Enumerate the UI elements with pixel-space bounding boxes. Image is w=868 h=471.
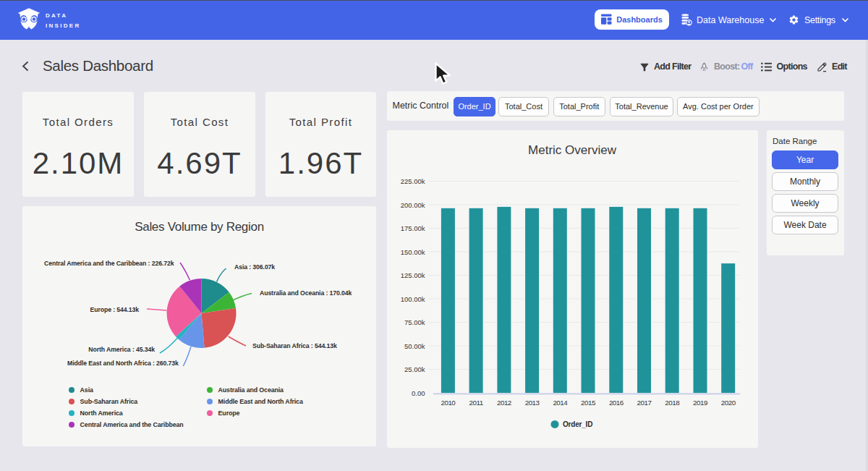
svg-text:Central America and the Caribb: Central America and the Caribbean : 226.… — [44, 260, 174, 267]
svg-text:Europe: Europe — [218, 410, 240, 417]
svg-text:2014: 2014 — [553, 399, 568, 407]
svg-text:Central America and the Caribb: Central America and the Caribbean — [80, 421, 184, 428]
svg-text:Australia and Oceania: Australia and Oceania — [218, 386, 284, 394]
svg-text:100.00k: 100.00k — [401, 295, 425, 303]
svg-text:2010: 2010 — [441, 399, 456, 407]
svg-text:75.00k: 75.00k — [404, 318, 425, 326]
svg-text:Metric Overview: Metric Overview — [528, 143, 617, 157]
svg-text:25.00k: 25.00k — [404, 365, 425, 373]
svg-text:North America: North America — [80, 410, 123, 417]
svg-text:200.00k: 200.00k — [401, 201, 425, 209]
svg-text:Asia : 306.07k: Asia : 306.07k — [234, 263, 275, 271]
svg-text:2016: 2016 — [609, 399, 624, 407]
svg-text:2013: 2013 — [525, 399, 540, 407]
svg-text:50.00k: 50.00k — [404, 342, 425, 350]
svg-text:Middle East and North Africa :: Middle East and North Africa : 260.73k — [67, 360, 179, 367]
svg-text:Sales Volume by Region: Sales Volume by Region — [135, 220, 264, 234]
svg-text:Sub-Saharan Africa: Sub-Saharan Africa — [80, 398, 138, 405]
svg-text:North America : 45.34k: North America : 45.34k — [88, 346, 155, 353]
svg-text:2018: 2018 — [665, 399, 680, 407]
svg-text:2012: 2012 — [497, 399, 511, 407]
svg-text:2015: 2015 — [581, 399, 596, 407]
svg-text:Asia: Asia — [80, 386, 93, 394]
svg-text:2020: 2020 — [721, 399, 736, 407]
svg-text:Order_ID: Order_ID — [563, 420, 592, 428]
svg-text:Australia and Oceania : 170.04: Australia and Oceania : 170.04k — [260, 289, 352, 297]
svg-text:Europe : 544.13k: Europe : 544.13k — [90, 306, 140, 313]
svg-text:Middle East and North Africa: Middle East and North Africa — [218, 398, 303, 405]
svg-text:2019: 2019 — [693, 399, 707, 407]
svg-text:150.00k: 150.00k — [401, 248, 425, 256]
svg-text:125.00k: 125.00k — [401, 271, 425, 279]
svg-text:2011: 2011 — [469, 399, 483, 407]
svg-text:2017: 2017 — [637, 399, 652, 407]
svg-text:225.00k: 225.00k — [401, 177, 425, 185]
svg-text:Sub-Saharan Africa : 544.13k: Sub-Saharan Africa : 544.13k — [252, 342, 337, 349]
svg-text:0.00: 0.00 — [412, 389, 425, 397]
svg-text:175.00k: 175.00k — [401, 224, 425, 232]
